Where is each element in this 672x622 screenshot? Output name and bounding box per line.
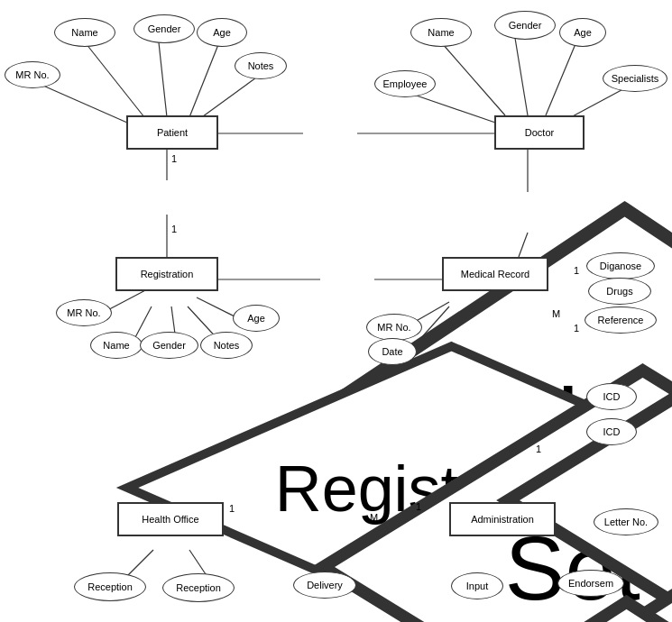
er-diagram: Name Gender Age MR No. Notes Patient Che… xyxy=(0,0,672,622)
registratere-node: Registratere xyxy=(115,177,218,224)
reference-node: Reference xyxy=(585,306,657,334)
svg-line-34 xyxy=(559,550,582,572)
svg-line-5 xyxy=(442,43,505,115)
svg-line-37 xyxy=(126,550,153,577)
age1-node: Age xyxy=(197,18,247,47)
name1-node: Name xyxy=(54,18,115,47)
notes2-node: Notes xyxy=(200,332,253,359)
svg-marker-50 xyxy=(307,602,672,622)
icd2-node: ICD xyxy=(586,418,637,445)
fillin-node: Fill in xyxy=(492,189,566,236)
mrno1-node: MR No. xyxy=(5,61,60,88)
letterno-node: Letter No. xyxy=(594,508,658,535)
notes1-node: Notes xyxy=(235,52,287,79)
label-1c: 1 xyxy=(574,265,579,276)
gender3-node: Gender xyxy=(140,332,198,359)
endorsem-node: Endorsem xyxy=(557,570,624,597)
medicalrecord-node: Medical Record xyxy=(442,257,548,291)
age3-node: Age xyxy=(233,305,280,332)
svg-line-2 xyxy=(189,38,221,117)
drugs-node: Drugs xyxy=(588,278,651,305)
name2-node: Name xyxy=(410,18,472,47)
mrno3-node: MR No. xyxy=(366,314,422,341)
registration-node: Registration xyxy=(115,257,218,291)
age2-node: Age xyxy=(559,18,606,47)
specialists-node: Specialists xyxy=(603,65,667,92)
label-1f: 1 xyxy=(416,501,421,512)
label-1a: 1 xyxy=(171,153,177,164)
label-1g: 1 xyxy=(229,503,235,514)
delivery-node: Delivery xyxy=(293,572,356,599)
healthoffice-node: Health Office xyxy=(117,502,224,536)
svg-line-0 xyxy=(86,43,144,117)
gender2-node: Gender xyxy=(494,11,556,40)
setup-node: Set Up xyxy=(307,256,381,303)
label-1d: 1 xyxy=(574,323,579,334)
mrno2-node: MR No. xyxy=(56,299,112,326)
reception1-node: Reception xyxy=(74,572,146,601)
report-node: Report xyxy=(290,496,364,544)
employee-node: Employee xyxy=(374,70,436,97)
label-1e: 1 xyxy=(536,444,541,454)
check-node: Check xyxy=(289,110,357,157)
svg-line-33 xyxy=(496,550,507,572)
doctor-node: Doctor xyxy=(494,115,585,150)
label-m: M xyxy=(552,308,560,319)
label-m2: M xyxy=(370,512,378,523)
svg-line-1 xyxy=(158,34,167,117)
administration-node: Administration xyxy=(449,502,556,536)
svg-line-31 xyxy=(510,449,532,500)
icd1-node: ICD xyxy=(586,383,637,410)
svg-line-22 xyxy=(519,233,528,257)
svg-line-6 xyxy=(514,32,528,115)
reception2-node: Reception xyxy=(162,573,235,602)
svg-line-28 xyxy=(505,306,523,389)
svg-line-23 xyxy=(413,302,449,323)
diganose-node: Diganose xyxy=(586,252,655,279)
patient-node: Patient xyxy=(126,115,218,150)
name3-node: Name xyxy=(90,332,143,359)
date-node: Date xyxy=(368,338,417,365)
input-node: Input xyxy=(451,572,503,599)
recap-node: Recap xyxy=(495,388,569,436)
svg-line-7 xyxy=(546,40,577,115)
svg-line-8 xyxy=(406,92,501,124)
label-1b: 1 xyxy=(171,224,177,234)
gender1-node: Gender xyxy=(133,14,195,43)
